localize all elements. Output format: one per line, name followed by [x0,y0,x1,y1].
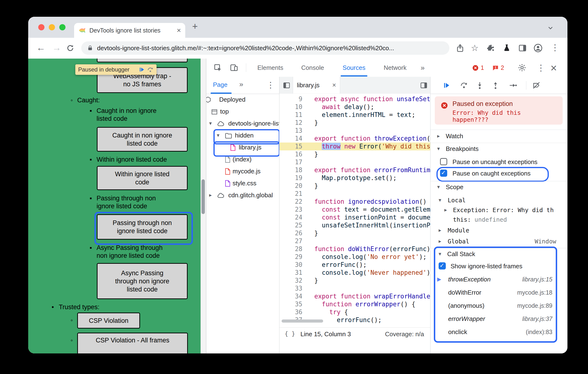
pause-uncaught-checkbox[interactable] [440,158,447,165]
csp-violation-button[interactable]: CSP Violation [77,312,140,329]
browser-tab[interactable]: DevTools ignore list stories × [74,23,185,38]
navigator-tab-page[interactable]: Page [213,81,228,88]
device-toolbar-icon[interactable] [230,63,238,72]
show-ignore-listed-checkbox[interactable] [439,262,446,269]
pause-caught-row[interactable]: Pause on caught exceptions [430,168,567,179]
url-bar[interactable]: devtools-ignore-list-stories.glitch.me/#… [81,41,449,55]
tree-item-library-js[interactable]: library.js [206,142,279,153]
bookmark-star-icon[interactable]: ☆ [471,43,479,53]
close-window-button[interactable] [38,24,44,30]
tab-console[interactable]: Console [301,59,324,77]
tree-item-mycode-js[interactable]: mycode.js [206,165,279,177]
pause-caught-checkbox[interactable] [440,170,447,177]
reload-button[interactable] [66,44,74,52]
profile-avatar[interactable] [534,43,543,53]
page-scrollbar-thumb[interactable] [201,179,205,214]
scope-global-row[interactable]: ▸ Global Window [430,236,567,247]
zoom-window-button[interactable] [59,24,65,30]
section-expand-icon[interactable]: ▾ [437,184,440,190]
active-tab-underline [341,75,368,76]
step-into-button[interactable] [476,81,484,89]
tree-item-cdn-glitch[interactable]: ▸ cdn.glitch.global [206,189,279,201]
minimize-window-button[interactable] [49,24,55,30]
extensions-puzzle-icon[interactable] [487,44,495,52]
resume-button[interactable] [442,81,451,89]
callstack-frame[interactable]: (anonymous)mycode.js:89 [430,299,567,312]
scope-this-row[interactable]: this: undefined [430,215,567,225]
scope-exception-row[interactable]: ▸ Exception: Error: Why did th [430,206,567,215]
resume-script-icon[interactable] [138,66,145,73]
issues-badge[interactable]: 2 [492,64,504,71]
passing-through-button[interactable]: Passing through non ignore listed code [97,214,188,240]
step-over-button[interactable] [460,81,468,89]
devtools-close-icon[interactable]: × [550,62,557,74]
section-expand-icon[interactable]: ▾ [437,146,440,152]
caught-non-ignore-button[interactable]: Caught in non ignore listed code [97,127,188,152]
browser-toolbar: ← → devtools-ignore-list-stories.glitch.… [28,38,567,59]
tab-sources[interactable]: Sources [343,59,365,77]
navigator-more-tabs-chevron[interactable]: » [239,80,243,88]
scope-expand-icon[interactable]: ▾ [439,197,441,203]
issue-count: 2 [501,64,504,71]
breakpoints-section-header[interactable]: ▾ Breakpoints [430,143,567,155]
tree-item-top[interactable]: top [206,106,279,118]
forward-button[interactable]: → [52,43,61,53]
editor-tab-library-js[interactable]: library.js × [293,77,340,94]
tree-expand-icon[interactable]: ▾ [217,132,220,139]
show-ignore-listed-row[interactable]: Show ignore-listed frames [430,260,567,272]
tree-item-index[interactable]: (index) [206,153,279,165]
tree-item-devtools-ignore[interactable]: ▾ devtools-ignore-list-st [206,118,279,130]
callstack-section-header[interactable]: ▾ Call Stack [430,248,567,260]
step-button[interactable] [509,81,517,89]
scope-module-row[interactable]: ▸ Module [430,225,567,236]
async-passing-button[interactable]: Async Passing through non ignore listed … [97,263,188,299]
scope-section-header[interactable]: ▾ Scope [430,181,567,193]
tree-item-style-css[interactable]: style.css [206,177,279,189]
editor-tab-close-icon[interactable]: × [332,81,336,89]
watch-section-header[interactable]: ▸ Watch [430,130,567,143]
tree-expand-icon[interactable]: ▸ [209,192,212,198]
editor-pane: library.js × 9export async function unsa… [279,77,430,353]
tree-item-hidden-folder[interactable]: ▾ hidden [206,130,279,142]
tab-network[interactable]: Network [384,59,406,77]
code-editor[interactable]: 9export async function unsafeSetInnerHTM… [279,94,430,327]
callstack-frame[interactable]: onclick(index):83 [430,325,567,338]
scope-expand-icon[interactable]: ▸ [439,227,441,233]
new-tab-button[interactable]: + [192,21,198,32]
tab-close-icon[interactable]: × [177,26,181,34]
devtools-menu-kebab-icon[interactable]: ⋮ [537,63,545,73]
step-over-banner-icon[interactable] [147,66,154,73]
callstack-frame[interactable]: ▶throwExceptionlibrary.js:15 [430,273,567,286]
scope-local-row[interactable]: ▾ Local [430,195,567,206]
error-badge[interactable]: 1 [472,64,484,71]
editor-hscrollbar-thumb[interactable] [282,320,323,323]
back-button[interactable]: ← [36,43,45,53]
tree-expand-icon[interactable]: ▾ [209,120,212,127]
side-panel-icon[interactable] [518,44,527,52]
inspect-element-icon[interactable] [213,63,222,72]
scope-expand-icon[interactable]: ▸ [439,238,441,244]
tab-elements[interactable]: Elements [257,59,283,77]
hide-navigator-icon[interactable] [283,82,290,89]
navigator-kebab-icon[interactable]: ⋮ [266,80,275,90]
settings-gear-icon[interactable] [518,63,526,72]
clipped-top-button[interactable] [97,59,188,62]
pause-uncaught-row[interactable]: Pause on uncaught exceptions [430,156,567,168]
section-expand-icon[interactable]: ▸ [437,133,440,139]
callstack-frame[interactable]: doWithErrormycode.js:18 [430,286,567,299]
scope-expand-icon[interactable]: ▸ [444,207,447,213]
tab-search-chevron-icon[interactable] [547,24,554,32]
pretty-print-icon[interactable]: { } [285,331,295,337]
share-icon[interactable] [456,43,465,53]
step-out-button[interactable] [492,81,500,89]
csp-violation-all-frames-button[interactable]: CSP Violation - All frames [77,333,188,353]
section-expand-icon[interactable]: ▾ [439,251,441,257]
labs-beaker-icon[interactable] [503,44,511,52]
more-tabs-chevron[interactable]: » [421,59,425,77]
deactivate-breakpoints-button[interactable] [532,81,540,89]
browser-menu-kebab-icon[interactable]: ⋮ [551,43,559,53]
tree-item-deployed[interactable]: Deployed [206,94,279,106]
callstack-frame[interactable]: errorWrapperlibrary.js:37 [430,312,567,325]
open-sidebar-icon[interactable] [420,82,428,89]
within-ignore-button[interactable]: Within ignore listed code [97,166,188,190]
